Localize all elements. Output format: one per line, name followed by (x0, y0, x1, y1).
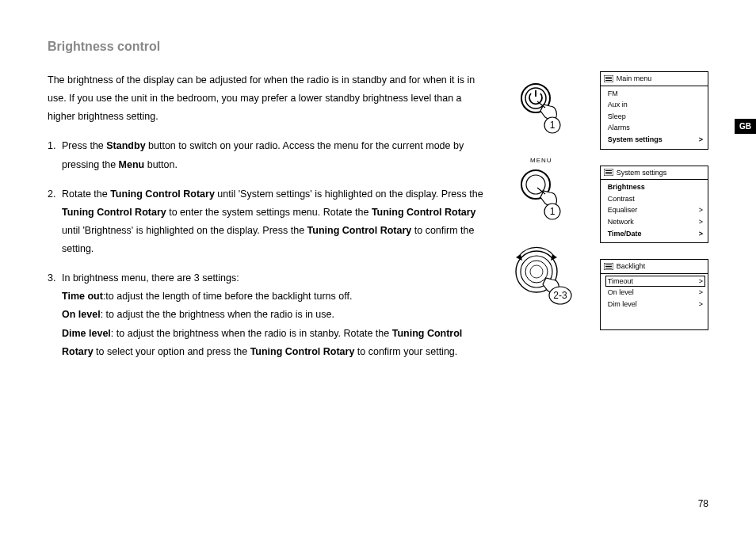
menu-system-settings: System settingsBrightnessContrastEqualis… (600, 166, 708, 244)
step-number: 1. (48, 137, 62, 173)
figure-standby-button: 1 (510, 79, 573, 141)
menu-button-icon: 1 (514, 166, 569, 227)
menu-item: Network> (605, 216, 705, 228)
menu-title: Backlight (601, 260, 708, 274)
menu-item: Time/Date> (605, 228, 705, 240)
menu-item: Sleep (605, 111, 705, 123)
menu-item: On level> (605, 287, 705, 299)
bold: Time out (62, 291, 103, 302)
svg-text:1: 1 (549, 120, 555, 131)
menu-title: System settings (601, 166, 708, 181)
text: : to adjust the brightness when the radi… (111, 328, 392, 339)
step-number: 2. (48, 185, 62, 259)
step-number: 3. (48, 269, 62, 361)
section-heading: Brightness control (48, 40, 708, 54)
step-2: 2. Rotate the Tuning Control Rotary unti… (48, 185, 491, 259)
text: Rotate the (62, 188, 110, 200)
svg-point-11 (530, 265, 543, 278)
power-button-icon: 1 (514, 79, 569, 141)
text: until 'System settings' is highlighted o… (215, 188, 483, 200)
menu-items: Timeout>On level>Dim level> (601, 274, 708, 314)
menu-items: FMAux inSleepAlarmsSystem settings> (601, 86, 708, 149)
text: : to adjust the the brightness when the … (101, 309, 334, 320)
text: button. (144, 159, 178, 170)
menu-item: Dim level> (605, 299, 705, 310)
menu-item: Brightness (605, 181, 705, 193)
bold: Standby (106, 140, 145, 151)
bold: Tuning Control Rotary (62, 207, 166, 218)
bold: Menu (119, 159, 145, 170)
text: to select your option and press the (94, 346, 250, 357)
menu-title: Main menu (601, 72, 708, 86)
text: :to adjust the length of time before the… (103, 291, 353, 302)
figure-rotary: 2-3 (510, 243, 573, 314)
menu-items: BrightnessContrastEqualiser>Network>Time… (601, 180, 708, 242)
bold: Tuning Control Rotary (307, 225, 412, 236)
figure-column: 1 MENU 1 (498, 71, 584, 372)
page-number: 78 (698, 498, 708, 509)
text-column: The brightness of the display can be adj… (48, 71, 491, 372)
text: Press the (62, 140, 106, 151)
svg-point-10 (525, 261, 548, 283)
content-columns: The brightness of the display can be adj… (48, 71, 708, 372)
language-tab: GB (735, 119, 756, 134)
text: to confirm your setting. (354, 346, 457, 357)
bold: Tuning Control Rotary (110, 188, 215, 200)
svg-text:2-3: 2-3 (553, 290, 567, 301)
bold: Dime level (62, 328, 111, 339)
step-1: 1. Press the Standby button to switch on… (48, 137, 491, 173)
step-body: In brightness menu, there are 3 settings… (62, 269, 491, 361)
figure-menu-button: MENU 1 (510, 157, 573, 227)
menu-backlight: BacklightTimeout>On level>Dim level> (600, 259, 708, 330)
menu-item: Contrast (605, 193, 705, 205)
step-body: Press the Standby button to switch on yo… (62, 137, 491, 173)
text: In brightness menu, there are 3 settings… (62, 272, 239, 284)
intro-paragraph: The brightness of the display can be adj… (48, 71, 491, 126)
manual-page: Brightness control The brightness of the… (0, 0, 756, 533)
rotary-dial-icon: 2-3 (510, 243, 578, 314)
step-3: 3. In brightness menu, there are 3 setti… (48, 269, 491, 361)
menu-item: Aux in (605, 99, 705, 111)
menu-item: Equaliser> (605, 204, 705, 216)
menu-item: Alarms (605, 122, 705, 134)
bold: On level (62, 309, 101, 320)
menu-item: System settings> (605, 134, 705, 146)
menu-label: MENU (510, 157, 573, 164)
menu-item: Timeout> (605, 276, 705, 287)
menu-item: FM (605, 88, 705, 100)
bold: Tuning Control Rotary (372, 207, 476, 218)
menu-main: Main menuFMAux inSleepAlarmsSystem setti… (600, 71, 708, 150)
svg-text:1: 1 (549, 206, 555, 217)
menu-column: Main menuFMAux inSleepAlarmsSystem setti… (600, 71, 708, 372)
text: to enter the system settings menu. Rotat… (166, 207, 372, 218)
text: until 'Brightness' is highlighted on the… (62, 225, 307, 236)
step-body: Rotate the Tuning Control Rotary until '… (62, 185, 491, 259)
bold: Tuning Control Rotary (250, 346, 355, 357)
